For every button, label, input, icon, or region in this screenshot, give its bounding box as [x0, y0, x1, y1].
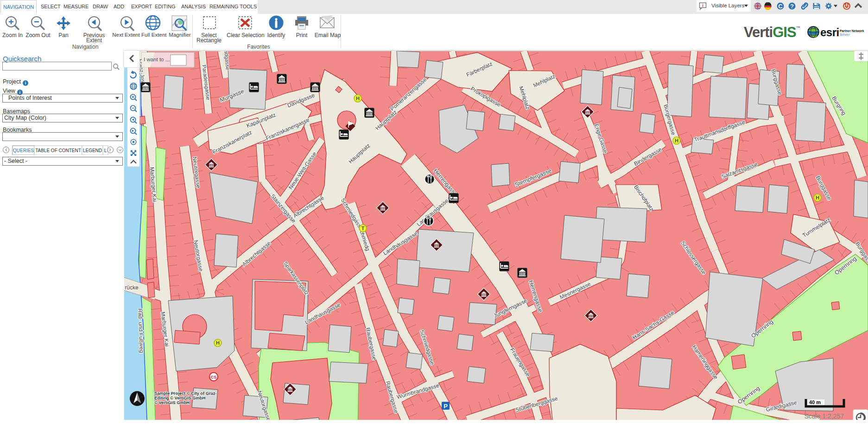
svg-text:CS: CS	[211, 375, 217, 380]
svg-text:I want to ...: I want to ...	[144, 57, 170, 62]
svg-text:rücke: rücke	[125, 284, 139, 291]
svg-text:i: i	[702, 3, 703, 8]
svg-text:40 m: 40 m	[809, 399, 821, 405]
svg-text:H: H	[356, 96, 360, 101]
svg-text:Editing © VertiGIS GmbH: Editing © VertiGIS GmbH	[154, 396, 205, 400]
svg-text:H: H	[216, 340, 220, 346]
svg-text:T: T	[361, 225, 365, 231]
svg-text:Scale 1:2,257: Scale 1:2,257	[804, 412, 844, 420]
svg-text:L: L	[104, 148, 107, 153]
svg-text:© VertiGIS GmbH: © VertiGIS GmbH	[154, 400, 190, 405]
svg-text:TABLE OF CONTENT: TABLE OF CONTENT	[35, 148, 81, 153]
svg-text:H: H	[675, 138, 678, 143]
svg-text:H: H	[816, 195, 819, 200]
svg-text:?: ?	[790, 3, 794, 10]
svg-text:LEGEND: LEGEND	[83, 148, 102, 153]
svg-text:P: P	[444, 403, 448, 410]
svg-text:QUERIES: QUERIES	[13, 148, 34, 153]
svg-text:C: C	[778, 3, 783, 10]
svg-text:esri: esri	[820, 26, 839, 39]
svg-text:Sample Project © City of Graz-: Sample Project © City of Graz-	[154, 391, 216, 396]
